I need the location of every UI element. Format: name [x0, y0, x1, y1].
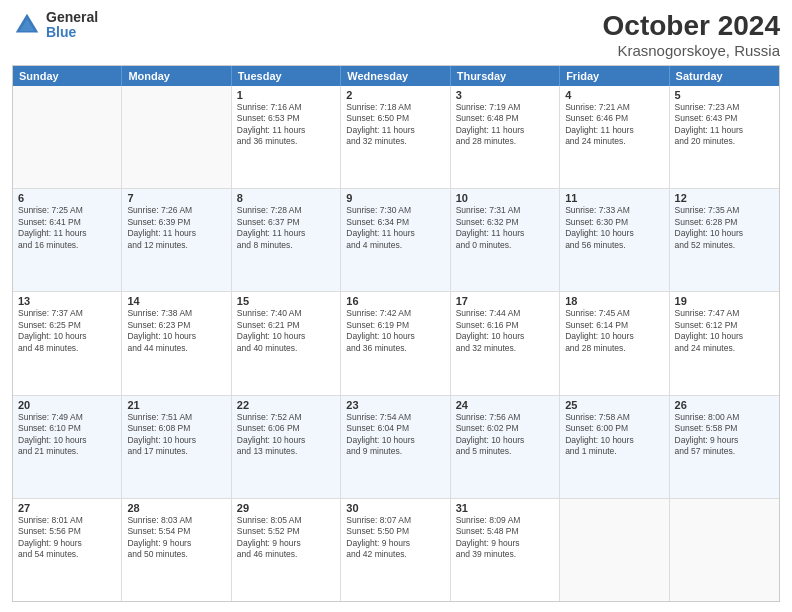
day-info: Sunrise: 7:37 AMSunset: 6:25 PMDaylight:…: [18, 308, 116, 354]
logo-icon: [12, 10, 42, 40]
day-number: 18: [565, 295, 663, 307]
day-info: Sunrise: 7:52 AMSunset: 6:06 PMDaylight:…: [237, 412, 335, 458]
day-number: 17: [456, 295, 554, 307]
day-number: 21: [127, 399, 225, 411]
calendar-header-day: Wednesday: [341, 66, 450, 86]
calendar-cell: 16Sunrise: 7:42 AMSunset: 6:19 PMDayligh…: [341, 292, 450, 394]
calendar-cell: 6Sunrise: 7:25 AMSunset: 6:41 PMDaylight…: [13, 189, 122, 291]
day-info: Sunrise: 7:51 AMSunset: 6:08 PMDaylight:…: [127, 412, 225, 458]
day-info: Sunrise: 8:07 AMSunset: 5:50 PMDaylight:…: [346, 515, 444, 561]
calendar-cell: 14Sunrise: 7:38 AMSunset: 6:23 PMDayligh…: [122, 292, 231, 394]
day-info: Sunrise: 8:01 AMSunset: 5:56 PMDaylight:…: [18, 515, 116, 561]
day-number: 30: [346, 502, 444, 514]
day-info: Sunrise: 7:42 AMSunset: 6:19 PMDaylight:…: [346, 308, 444, 354]
calendar-cell: 10Sunrise: 7:31 AMSunset: 6:32 PMDayligh…: [451, 189, 560, 291]
day-info: Sunrise: 7:23 AMSunset: 6:43 PMDaylight:…: [675, 102, 774, 148]
day-number: 9: [346, 192, 444, 204]
calendar-cell: 3Sunrise: 7:19 AMSunset: 6:48 PMDaylight…: [451, 86, 560, 188]
day-number: 19: [675, 295, 774, 307]
calendar-header-day: Saturday: [670, 66, 779, 86]
day-info: Sunrise: 7:31 AMSunset: 6:32 PMDaylight:…: [456, 205, 554, 251]
day-info: Sunrise: 7:19 AMSunset: 6:48 PMDaylight:…: [456, 102, 554, 148]
day-number: 10: [456, 192, 554, 204]
day-info: Sunrise: 7:40 AMSunset: 6:21 PMDaylight:…: [237, 308, 335, 354]
day-number: 6: [18, 192, 116, 204]
day-number: 28: [127, 502, 225, 514]
day-number: 7: [127, 192, 225, 204]
calendar-cell: 4Sunrise: 7:21 AMSunset: 6:46 PMDaylight…: [560, 86, 669, 188]
day-number: 31: [456, 502, 554, 514]
day-number: 16: [346, 295, 444, 307]
day-number: 14: [127, 295, 225, 307]
calendar-cell: 13Sunrise: 7:37 AMSunset: 6:25 PMDayligh…: [13, 292, 122, 394]
day-number: 5: [675, 89, 774, 101]
calendar-cell: 8Sunrise: 7:28 AMSunset: 6:37 PMDaylight…: [232, 189, 341, 291]
day-number: 12: [675, 192, 774, 204]
day-info: Sunrise: 7:49 AMSunset: 6:10 PMDaylight:…: [18, 412, 116, 458]
calendar-header-day: Tuesday: [232, 66, 341, 86]
calendar-header: SundayMondayTuesdayWednesdayThursdayFrid…: [13, 66, 779, 86]
calendar-cell: 11Sunrise: 7:33 AMSunset: 6:30 PMDayligh…: [560, 189, 669, 291]
day-info: Sunrise: 8:05 AMSunset: 5:52 PMDaylight:…: [237, 515, 335, 561]
calendar-cell: 23Sunrise: 7:54 AMSunset: 6:04 PMDayligh…: [341, 396, 450, 498]
logo-blue-label: Blue: [46, 25, 98, 40]
day-info: Sunrise: 7:28 AMSunset: 6:37 PMDaylight:…: [237, 205, 335, 251]
day-info: Sunrise: 7:35 AMSunset: 6:28 PMDaylight:…: [675, 205, 774, 251]
calendar-cell-empty: [670, 499, 779, 601]
day-info: Sunrise: 7:54 AMSunset: 6:04 PMDaylight:…: [346, 412, 444, 458]
day-number: 26: [675, 399, 774, 411]
calendar-cell: 2Sunrise: 7:18 AMSunset: 6:50 PMDaylight…: [341, 86, 450, 188]
calendar-cell: 21Sunrise: 7:51 AMSunset: 6:08 PMDayligh…: [122, 396, 231, 498]
day-number: 4: [565, 89, 663, 101]
day-number: 27: [18, 502, 116, 514]
day-number: 25: [565, 399, 663, 411]
calendar-week-row: 1Sunrise: 7:16 AMSunset: 6:53 PMDaylight…: [13, 86, 779, 189]
calendar-cell: 30Sunrise: 8:07 AMSunset: 5:50 PMDayligh…: [341, 499, 450, 601]
day-number: 8: [237, 192, 335, 204]
calendar-week-row: 20Sunrise: 7:49 AMSunset: 6:10 PMDayligh…: [13, 396, 779, 499]
title-block: October 2024 Krasnogorskoye, Russia: [603, 10, 780, 59]
day-info: Sunrise: 8:09 AMSunset: 5:48 PMDaylight:…: [456, 515, 554, 561]
day-number: 1: [237, 89, 335, 101]
page: General Blue October 2024 Krasnogorskoye…: [0, 0, 792, 612]
day-number: 22: [237, 399, 335, 411]
calendar-cell: 27Sunrise: 8:01 AMSunset: 5:56 PMDayligh…: [13, 499, 122, 601]
calendar-week-row: 27Sunrise: 8:01 AMSunset: 5:56 PMDayligh…: [13, 499, 779, 601]
day-number: 11: [565, 192, 663, 204]
day-info: Sunrise: 7:16 AMSunset: 6:53 PMDaylight:…: [237, 102, 335, 148]
calendar-cell-empty: [560, 499, 669, 601]
day-info: Sunrise: 7:58 AMSunset: 6:00 PMDaylight:…: [565, 412, 663, 458]
calendar-week-row: 6Sunrise: 7:25 AMSunset: 6:41 PMDaylight…: [13, 189, 779, 292]
calendar-header-day: Sunday: [13, 66, 122, 86]
day-info: Sunrise: 7:33 AMSunset: 6:30 PMDaylight:…: [565, 205, 663, 251]
day-info: Sunrise: 8:00 AMSunset: 5:58 PMDaylight:…: [675, 412, 774, 458]
calendar-cell: 25Sunrise: 7:58 AMSunset: 6:00 PMDayligh…: [560, 396, 669, 498]
main-title: October 2024: [603, 10, 780, 42]
calendar-cell: 22Sunrise: 7:52 AMSunset: 6:06 PMDayligh…: [232, 396, 341, 498]
logo-general-label: General: [46, 10, 98, 25]
calendar-cell: 17Sunrise: 7:44 AMSunset: 6:16 PMDayligh…: [451, 292, 560, 394]
day-info: Sunrise: 7:18 AMSunset: 6:50 PMDaylight:…: [346, 102, 444, 148]
day-info: Sunrise: 7:30 AMSunset: 6:34 PMDaylight:…: [346, 205, 444, 251]
day-info: Sunrise: 7:56 AMSunset: 6:02 PMDaylight:…: [456, 412, 554, 458]
header: General Blue October 2024 Krasnogorskoye…: [12, 10, 780, 59]
calendar-body: 1Sunrise: 7:16 AMSunset: 6:53 PMDaylight…: [13, 86, 779, 601]
calendar-cell: 7Sunrise: 7:26 AMSunset: 6:39 PMDaylight…: [122, 189, 231, 291]
calendar-cell: 5Sunrise: 7:23 AMSunset: 6:43 PMDaylight…: [670, 86, 779, 188]
calendar: SundayMondayTuesdayWednesdayThursdayFrid…: [12, 65, 780, 602]
calendar-cell: 28Sunrise: 8:03 AMSunset: 5:54 PMDayligh…: [122, 499, 231, 601]
calendar-week-row: 13Sunrise: 7:37 AMSunset: 6:25 PMDayligh…: [13, 292, 779, 395]
day-info: Sunrise: 7:45 AMSunset: 6:14 PMDaylight:…: [565, 308, 663, 354]
calendar-cell: 12Sunrise: 7:35 AMSunset: 6:28 PMDayligh…: [670, 189, 779, 291]
day-number: 24: [456, 399, 554, 411]
day-number: 13: [18, 295, 116, 307]
calendar-cell-empty: [13, 86, 122, 188]
day-info: Sunrise: 7:38 AMSunset: 6:23 PMDaylight:…: [127, 308, 225, 354]
calendar-cell: 20Sunrise: 7:49 AMSunset: 6:10 PMDayligh…: [13, 396, 122, 498]
calendar-cell: 1Sunrise: 7:16 AMSunset: 6:53 PMDaylight…: [232, 86, 341, 188]
calendar-cell: 31Sunrise: 8:09 AMSunset: 5:48 PMDayligh…: [451, 499, 560, 601]
day-info: Sunrise: 7:44 AMSunset: 6:16 PMDaylight:…: [456, 308, 554, 354]
day-number: 3: [456, 89, 554, 101]
day-info: Sunrise: 7:21 AMSunset: 6:46 PMDaylight:…: [565, 102, 663, 148]
calendar-cell: 15Sunrise: 7:40 AMSunset: 6:21 PMDayligh…: [232, 292, 341, 394]
